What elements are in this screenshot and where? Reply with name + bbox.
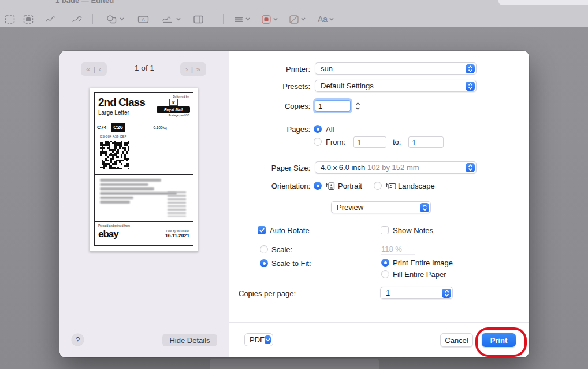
draw-icon[interactable] bbox=[72, 12, 83, 26]
landscape-icon bbox=[385, 182, 396, 193]
portrait-label: Portrait bbox=[338, 182, 362, 190]
preview-pane: « | ‹ 1 of 1 › | » 2nd Class Large Lette… bbox=[59, 51, 229, 357]
toolbar-separator bbox=[223, 14, 224, 24]
label-code-left: C74 bbox=[95, 123, 111, 132]
select-stepper-icon bbox=[420, 203, 429, 212]
ebay-logo: ebay bbox=[98, 228, 130, 240]
copies-label: Copies: bbox=[233, 102, 310, 110]
select-stepper-icon bbox=[442, 289, 451, 298]
label-reference: DS-084 A59 CEF bbox=[100, 135, 193, 138]
smart-selection-icon[interactable] bbox=[23, 12, 34, 26]
address-block bbox=[95, 175, 193, 222]
qr-code bbox=[100, 141, 129, 169]
pages-to-label: to: bbox=[393, 138, 401, 146]
label-weight: 0.100kg bbox=[147, 123, 173, 132]
help-button[interactable]: ? bbox=[72, 334, 84, 346]
page-indicator: 1 of 1 bbox=[113, 64, 176, 72]
svg-text:A: A bbox=[142, 17, 145, 23]
marquee-selection-icon[interactable] bbox=[5, 12, 15, 26]
scale-to-fit-radio[interactable] bbox=[260, 259, 268, 267]
chevron-down-icon bbox=[120, 17, 124, 21]
prepaid-text: Prepaid and printed from bbox=[98, 224, 130, 227]
chevron-down-icon bbox=[245, 17, 250, 21]
landscape-radio[interactable] bbox=[374, 182, 382, 190]
shape-style-icon[interactable] bbox=[233, 12, 250, 26]
print-button[interactable]: Print bbox=[482, 333, 516, 347]
window-title: 1 page — Edited bbox=[55, 0, 194, 3]
app-options-select[interactable]: Preview bbox=[331, 201, 431, 213]
pages-all-radio[interactable] bbox=[314, 125, 322, 133]
postage-paid-text: Postage paid GB bbox=[157, 114, 190, 117]
background-sheet-edge bbox=[210, 359, 379, 369]
portrait-radio[interactable] bbox=[314, 182, 322, 190]
print-entire-image-label: Print Entire Image bbox=[393, 259, 453, 267]
delivered-by-text: Delivered by bbox=[157, 95, 190, 98]
text-style-icon[interactable]: Aa bbox=[318, 12, 334, 26]
label-format: Large Letter bbox=[98, 109, 145, 116]
pages-label: Pages: bbox=[233, 125, 310, 134]
auto-rotate-checkbox[interactable] bbox=[258, 226, 266, 234]
print-entire-image-radio[interactable] bbox=[381, 259, 389, 267]
chevron-down-icon bbox=[176, 17, 181, 21]
text-style-label: Aa bbox=[318, 14, 328, 24]
pages-from-input[interactable] bbox=[353, 136, 386, 148]
pages-to-input[interactable] bbox=[408, 136, 444, 148]
chevron-down-icon bbox=[273, 17, 278, 21]
pages-from-label: From: bbox=[326, 138, 345, 146]
hide-details-button[interactable]: Hide Details bbox=[162, 334, 217, 346]
orientation-label: Orientation: bbox=[233, 182, 310, 190]
royal-mail-emblem: Delivered by ♛ Royal Mail Postage paid G… bbox=[157, 95, 190, 121]
scale-label: Scale: bbox=[271, 245, 292, 254]
scale-radio[interactable] bbox=[260, 245, 268, 253]
shipping-label: 2nd Class Large Letter Delivered by ♛ Ro… bbox=[94, 92, 193, 246]
show-notes-checkbox[interactable] bbox=[381, 226, 389, 234]
sketch-icon[interactable] bbox=[45, 12, 56, 26]
pages-all-label: All bbox=[326, 125, 334, 134]
previous-page-buttons[interactable]: « | ‹ bbox=[81, 62, 107, 76]
scale-to-fit-label: Scale to Fit: bbox=[271, 259, 311, 268]
paper-size-mm: 102 by 152 mm bbox=[367, 163, 419, 172]
signature-icon[interactable] bbox=[162, 12, 181, 26]
copies-input[interactable] bbox=[315, 100, 351, 112]
shapes-icon[interactable] bbox=[106, 12, 124, 26]
crop-window-icon[interactable] bbox=[193, 12, 204, 26]
presets-select[interactable]: Default Settings bbox=[315, 80, 477, 92]
chevron-down-icon bbox=[265, 335, 271, 344]
label-service-class: 2nd Class bbox=[98, 97, 145, 108]
copies-per-page-label: Copies per page: bbox=[239, 289, 319, 298]
fill-color-icon[interactable] bbox=[289, 12, 306, 26]
chevron-down-icon bbox=[329, 17, 334, 21]
copies-stepper[interactable] bbox=[353, 99, 362, 112]
border-color-icon[interactable] bbox=[261, 12, 278, 26]
fill-entire-paper-label: Fill Entire Paper bbox=[393, 270, 446, 279]
landscape-label: Landscape bbox=[398, 182, 435, 190]
portrait-icon bbox=[325, 182, 335, 193]
presets-label: Presets: bbox=[233, 82, 310, 91]
copies-per-page-select[interactable]: 1 bbox=[380, 287, 453, 299]
fill-entire-paper-radio[interactable] bbox=[381, 270, 389, 278]
label-code-right: C26 bbox=[111, 123, 125, 132]
show-notes-label: Show Notes bbox=[393, 226, 433, 235]
toolbar-separator bbox=[92, 14, 93, 24]
auto-rotate-label: Auto Rotate bbox=[270, 226, 310, 235]
select-stepper-icon bbox=[466, 163, 475, 172]
print-dialog: « | ‹ 1 of 1 › | » 2nd Class Large Lette… bbox=[59, 51, 529, 357]
chevron-down-icon bbox=[301, 17, 306, 21]
scale-percent-field: 118 % bbox=[381, 245, 415, 255]
carrier-name: Royal Mail bbox=[157, 106, 190, 113]
printer-select[interactable]: sun bbox=[315, 62, 477, 75]
page-preview-thumbnail[interactable]: 2nd Class Large Letter Delivered by ♛ Ro… bbox=[90, 88, 198, 252]
paper-size-select[interactable]: 4.0 x 6.0 inch 102 by 152 mm bbox=[315, 161, 477, 174]
footer-divider bbox=[229, 322, 529, 323]
app-toolbar: 1 page — Edited A bbox=[0, 0, 588, 27]
background-window-edge bbox=[498, 0, 588, 5]
printer-label: Printer: bbox=[233, 65, 310, 73]
select-stepper-icon bbox=[466, 64, 475, 73]
cancel-button[interactable]: Cancel bbox=[440, 333, 473, 347]
post-by-date: 16.11.2021 bbox=[165, 233, 189, 238]
pdf-menu-button[interactable]: PDF bbox=[244, 333, 273, 346]
screen: 1 page — Edited A bbox=[0, 0, 588, 369]
pages-range-radio[interactable] bbox=[314, 138, 322, 146]
text-box-icon[interactable]: A bbox=[137, 12, 149, 26]
next-page-buttons[interactable]: › | » bbox=[180, 62, 206, 76]
